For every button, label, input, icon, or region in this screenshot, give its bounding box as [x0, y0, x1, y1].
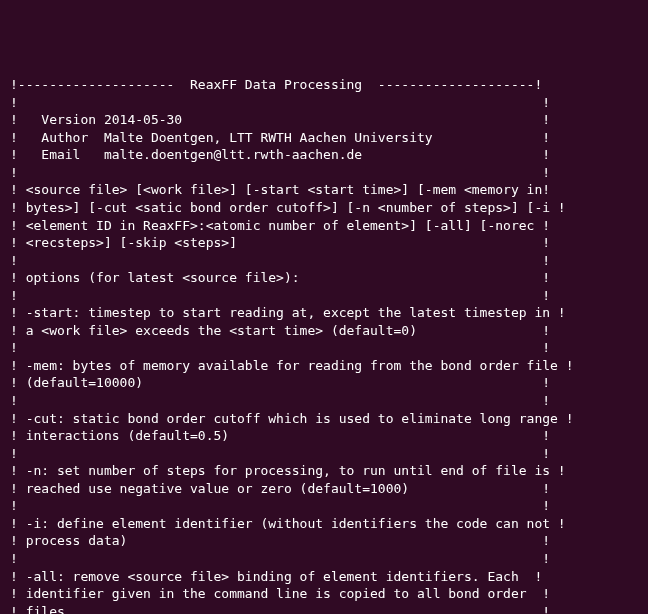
- terminal-line: ! <element ID in ReaxFF>:<atomic number …: [10, 217, 638, 235]
- terminal-line: ! !: [10, 445, 638, 463]
- terminal-line: ! !: [10, 497, 638, 515]
- terminal-line: ! !: [10, 94, 638, 112]
- terminal-output: !-------------------- ReaxFF Data Proces…: [10, 76, 638, 614]
- terminal-line: ! a <work file> exceeds the <start time>…: [10, 322, 638, 340]
- terminal-line: ! Author Malte Doentgen, LTT RWTH Aachen…: [10, 129, 638, 147]
- terminal-line: ! -i: define element identifier (without…: [10, 515, 638, 533]
- terminal-line: ! !: [10, 287, 638, 305]
- terminal-line: ! -all: remove <source file> binding of …: [10, 568, 638, 586]
- terminal-line: ! !: [10, 252, 638, 270]
- terminal-line: ! !: [10, 550, 638, 568]
- terminal-line: ! <recsteps>] [-skip <steps>] !: [10, 234, 638, 252]
- terminal-line: ! bytes>] [-cut <satic bond order cutoff…: [10, 199, 638, 217]
- terminal-line: ! !: [10, 164, 638, 182]
- terminal-line: ! <source file> [<work file>] [-start <s…: [10, 181, 638, 199]
- terminal-line: ! files !: [10, 603, 638, 614]
- terminal-line: ! interactions (default=0.5) !: [10, 427, 638, 445]
- terminal-line: ! Email malte.doentgen@ltt.rwth-aachen.d…: [10, 146, 638, 164]
- terminal-line: ! Version 2014-05-30 !: [10, 111, 638, 129]
- terminal-line: ! (default=10000) !: [10, 374, 638, 392]
- terminal-line: ! -start: timestep to start reading at, …: [10, 304, 638, 322]
- terminal-line: ! -mem: bytes of memory available for re…: [10, 357, 638, 375]
- terminal-line: ! -n: set number of steps for processing…: [10, 462, 638, 480]
- terminal-line: ! !: [10, 392, 638, 410]
- terminal-line: ! !: [10, 339, 638, 357]
- terminal-line: ! reached use negative value or zero (de…: [10, 480, 638, 498]
- terminal-line: ! -cut: static bond order cutoff which i…: [10, 410, 638, 428]
- terminal-line: !-------------------- ReaxFF Data Proces…: [10, 76, 638, 94]
- terminal-line: ! identifier given in the command line i…: [10, 585, 638, 603]
- terminal-line: ! options (for latest <source file>): !: [10, 269, 638, 287]
- terminal-line: ! process data) !: [10, 532, 638, 550]
